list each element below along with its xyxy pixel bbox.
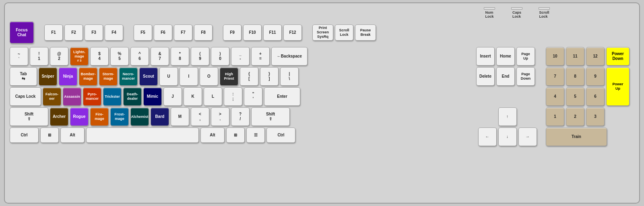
mimic-key[interactable]: Mimic [143,87,162,106]
f9-key[interactable]: F9 [223,25,242,41]
backtick-key[interactable]: ~` [10,47,28,66]
arrow-up-key[interactable]: ↑ [498,107,517,126]
f1-key[interactable]: F1 [44,25,63,41]
8-key[interactable]: *8 [171,47,189,66]
rbracket-key[interactable]: }] [260,67,279,86]
firemage-key[interactable]: Fire-mage [90,107,109,126]
backslash-key[interactable]: |\ [280,67,299,86]
num-3-key[interactable]: 3 [586,107,605,126]
home-key[interactable]: Home [496,47,515,66]
l-key[interactable]: L [204,87,222,106]
tab-key[interactable]: Tab⇆ [10,67,37,86]
pagedown-key[interactable]: PageDown [516,67,535,86]
bard-key[interactable]: Bard [151,107,169,126]
num-4-key[interactable]: 4 [546,87,564,106]
f8-key[interactable]: F8 [194,25,213,41]
ninja-key[interactable]: Ninja [59,67,77,86]
comma-key[interactable]: <, [191,107,209,126]
frostmage-key[interactable]: Frost-mage [110,107,129,126]
f12-key[interactable]: F12 [283,25,302,41]
win-right-key[interactable]: ⊞ [226,128,245,143]
arrow-down-key[interactable]: ↓ [498,128,517,146]
enter-key[interactable]: Enter [264,87,300,106]
space-key[interactable] [86,128,199,143]
shift-right-key[interactable]: Shift⇧ [251,107,290,126]
4-key[interactable]: $4 [90,47,109,66]
k-key[interactable]: K [184,87,202,106]
alt-left-key[interactable]: Alt [60,128,85,143]
power-up-key[interactable]: PowerUp [606,67,630,106]
slash-key[interactable]: ?/ [231,107,250,126]
num-2-key[interactable]: 2 [566,107,584,126]
scout-key[interactable]: Scout [139,67,158,86]
0-key[interactable]: )0 [211,47,229,66]
archer-key[interactable]: Archer [50,107,68,126]
pyromancer-key[interactable]: Pyro-mancer [83,87,101,106]
arrow-right-key[interactable]: → [518,128,537,146]
deathdealer-key[interactable]: Death-dealer [123,87,142,106]
sniper-key[interactable]: Sniper [39,67,57,86]
1-key[interactable]: !1 [30,47,48,66]
7-key[interactable]: &7 [151,47,169,66]
o-key[interactable]: O [200,67,218,86]
quote-key[interactable]: "' [244,87,262,106]
win-left-key[interactable]: ⊞ [40,128,59,143]
equals-key[interactable]: += [251,47,270,66]
num-1-key[interactable]: 1 [546,107,564,126]
pause-break-key[interactable]: Pause Break [355,25,376,41]
6-key[interactable]: ^6 [130,47,149,66]
trickster-key[interactable]: Trickster [103,87,122,106]
stormmage-key[interactable]: Storm-mage [99,67,118,86]
alchemist-key[interactable]: Alchemist [130,107,149,126]
f5-key[interactable]: F5 [134,25,152,41]
end-key[interactable]: End [496,67,515,86]
menu-key[interactable]: ☰ [246,128,265,143]
capslock-key[interactable]: Caps Lock [10,87,41,106]
shift-left-key[interactable]: Shift⇧ [10,107,48,126]
scroll-lock-key[interactable]: Scroll Lock [335,25,353,41]
num-11-key[interactable]: 11 [566,47,584,66]
print-screen-key[interactable]: Print Screen SysRq [312,25,333,41]
f11-key[interactable]: F11 [263,25,282,41]
insert-key[interactable]: Insert [476,47,495,66]
minus-key[interactable]: _- [231,47,250,66]
num-10-key[interactable]: 10 [546,47,564,66]
falconeer-key[interactable]: Falcon-eer [43,87,61,106]
ctrl-right-key[interactable]: Ctrl [266,128,295,143]
2-key[interactable]: @2 [50,47,68,66]
bombermage-key[interactable]: Bomber-mage [79,67,97,86]
highpriest-key[interactable]: HighPriest [220,67,238,86]
9-key[interactable]: (9 [191,47,209,66]
backspace-key[interactable]: ←Backspace [271,47,308,66]
semicolon-key[interactable]: :; [224,87,242,106]
lightningmage-key[interactable]: Lightn. mage# 3 [70,47,89,66]
num-9-key[interactable]: 9 [586,67,605,86]
ctrl-left-key[interactable]: Ctrl [10,128,39,143]
necromancer-key[interactable]: Necro-mancer [119,67,138,86]
f7-key[interactable]: F7 [174,25,192,41]
u-key[interactable]: U [159,67,178,86]
assassin-key[interactable]: Assassin [63,87,81,106]
lbracket-key[interactable]: {[ [240,67,258,86]
f10-key[interactable]: F10 [243,25,262,41]
j-key[interactable]: J [163,87,182,106]
f4-key[interactable]: F4 [105,25,123,41]
num-5-key[interactable]: 5 [566,87,584,106]
f2-key[interactable]: F2 [64,25,83,41]
f3-key[interactable]: F3 [85,25,103,41]
alt-right-key[interactable]: Alt [200,128,225,143]
num-12-key[interactable]: 12 [586,47,605,66]
pageup-key[interactable]: PageUp [516,47,535,66]
focus-chat-key[interactable]: Focus Chat [10,21,34,43]
power-down-key[interactable]: PowerDown [606,47,630,66]
5-key[interactable]: %5 [110,47,129,66]
rogue-key[interactable]: Rogue [70,107,89,126]
period-key[interactable]: >. [211,107,229,126]
i-key[interactable]: I [180,67,198,86]
train-key[interactable]: Train [546,128,607,146]
m-key[interactable]: M [171,107,189,126]
num-8-key[interactable]: 8 [566,67,584,86]
delete-key[interactable]: Delete [476,67,495,86]
num-6-key[interactable]: 6 [586,87,605,106]
f6-key[interactable]: F6 [154,25,172,41]
